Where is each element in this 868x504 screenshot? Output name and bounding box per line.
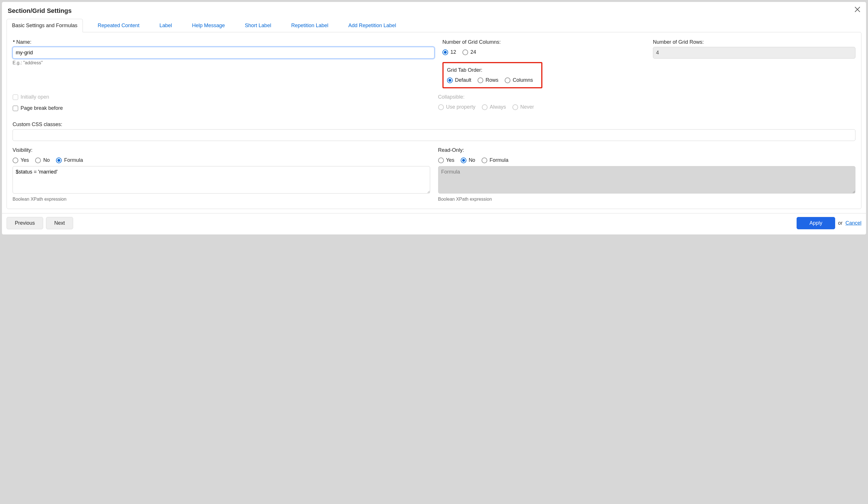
tab-order-label: Grid Tab Order: xyxy=(447,67,483,73)
visibility-label: Visibility: xyxy=(12,147,33,153)
readonly-expression-input xyxy=(438,166,856,193)
visibility-field: Visibility: Yes No Formula xyxy=(12,147,430,202)
taborder-default-label: Default xyxy=(455,77,471,83)
visibility-hint: Boolean XPath expression xyxy=(12,197,430,202)
tabbar: Basic Settings and Formulas Repeated Con… xyxy=(7,19,861,32)
readonly-hint: Boolean XPath expression xyxy=(438,197,856,202)
collapsible-radio-property: Use property xyxy=(438,104,476,110)
taborder-columns-label: Columns xyxy=(513,77,533,83)
columns-radio-24[interactable]: 24 xyxy=(463,49,476,55)
visibility-radio-formula[interactable]: Formula xyxy=(56,157,83,163)
tab-repeated-content[interactable]: Repeated Content xyxy=(93,19,145,32)
radio-dot-icon xyxy=(505,78,510,83)
tab-help-message[interactable]: Help Message xyxy=(187,19,230,32)
page-break-checkbox[interactable]: Page break before xyxy=(12,105,430,111)
tab-basic-settings[interactable]: Basic Settings and Formulas xyxy=(7,19,83,32)
readonly-yes-label: Yes xyxy=(446,157,454,163)
checkbox-icon xyxy=(12,94,18,100)
taborder-rows-label: Rows xyxy=(486,77,498,83)
or-text: or xyxy=(838,220,843,226)
collapsible-never-label: Never xyxy=(520,104,534,110)
page-break-label: Page break before xyxy=(21,105,63,111)
readonly-no-label: No xyxy=(469,157,475,163)
columns-radio-12[interactable]: 12 xyxy=(442,49,456,55)
initially-open-checkbox: Initially open xyxy=(12,94,430,100)
previous-button[interactable]: Previous xyxy=(7,217,43,229)
rows-label: Number of Grid Rows: xyxy=(653,39,704,45)
name-field: Name: E.g.: "address" xyxy=(12,39,434,65)
dialog-title: Section/Grid Settings xyxy=(8,7,861,14)
dialog-window: Section/Grid Settings Basic Settings and… xyxy=(2,2,866,235)
readonly-radio-formula[interactable]: Formula xyxy=(482,157,508,163)
radio-dot-icon xyxy=(438,158,444,163)
radio-dot-icon xyxy=(438,104,444,110)
radio-dot-icon xyxy=(463,49,468,55)
visibility-no-label: No xyxy=(43,157,50,163)
collapsible-radio-never: Never xyxy=(513,104,534,110)
collapsible-label: Collapsible: xyxy=(438,94,465,100)
cancel-link[interactable]: Cancel xyxy=(845,220,861,226)
collapsible-radio-always: Always xyxy=(482,104,506,110)
columns-label: Number of Grid Columns: xyxy=(442,39,501,45)
radio-dot-icon xyxy=(447,78,453,83)
tab-short-label[interactable]: Short Label xyxy=(240,19,276,32)
name-hint: E.g.: "address" xyxy=(12,60,434,65)
columns-and-taborder: Number of Grid Columns: 12 24 xyxy=(442,39,645,88)
readonly-radio-no[interactable]: No xyxy=(461,157,475,163)
collapsible-field: Collapsible: Use property Always Never xyxy=(438,94,856,110)
radio-dot-icon xyxy=(482,104,487,110)
radio-dot-icon xyxy=(442,49,448,55)
rows-input[interactable] xyxy=(653,47,856,59)
readonly-radio-yes[interactable]: Yes xyxy=(438,157,454,163)
columns-field: Number of Grid Columns: 12 24 xyxy=(442,39,645,55)
readonly-field: Read-Only: Yes No Formula xyxy=(438,147,856,202)
visibility-formula-label: Formula xyxy=(64,157,83,163)
taborder-radio-rows[interactable]: Rows xyxy=(477,77,498,83)
close-icon[interactable] xyxy=(854,6,861,13)
columns-radio-12-label: 12 xyxy=(451,49,456,55)
dialog-footer: Previous Next Apply or Cancel xyxy=(7,217,861,229)
css-input[interactable] xyxy=(12,129,856,141)
collapsible-prop-label: Use property xyxy=(446,104,476,110)
tab-order-field: Grid Tab Order: Default Rows xyxy=(442,62,645,88)
visibility-expression-input[interactable] xyxy=(12,166,430,193)
checkbox-icon xyxy=(12,105,18,111)
css-classes-field: Custom CSS classes: xyxy=(12,121,856,141)
left-checks: Initially open Page break before xyxy=(12,94,430,117)
radio-dot-icon xyxy=(12,158,18,163)
rows-field: Number of Grid Rows: xyxy=(653,39,856,59)
name-label: Name: xyxy=(12,39,31,45)
taborder-radio-default[interactable]: Default xyxy=(447,77,471,83)
tab-repetition-label[interactable]: Repetition Label xyxy=(286,19,333,32)
css-label: Custom CSS classes: xyxy=(12,121,62,128)
radio-dot-icon xyxy=(56,158,62,163)
tab-add-repetition-label[interactable]: Add Repetition Label xyxy=(343,19,401,32)
apply-button[interactable]: Apply xyxy=(797,217,835,229)
tab-panel: Name: E.g.: "address" Number of Grid Col… xyxy=(7,32,861,209)
readonly-label: Read-Only: xyxy=(438,147,464,153)
radio-dot-icon xyxy=(513,104,518,110)
radio-dot-icon xyxy=(477,78,483,83)
readonly-formula-label: Formula xyxy=(489,157,508,163)
taborder-radio-columns[interactable]: Columns xyxy=(505,77,533,83)
collapsible-always-label: Always xyxy=(490,104,506,110)
visibility-radio-yes[interactable]: Yes xyxy=(12,157,29,163)
initially-open-label: Initially open xyxy=(21,94,49,100)
radio-dot-icon xyxy=(35,158,41,163)
radio-dot-icon xyxy=(482,158,487,163)
footer-separator xyxy=(2,213,866,213)
name-input[interactable] xyxy=(12,47,434,59)
tab-order-highlight: Grid Tab Order: Default Rows xyxy=(442,62,542,88)
next-button[interactable]: Next xyxy=(46,217,73,229)
visibility-yes-label: Yes xyxy=(21,157,29,163)
visibility-radio-no[interactable]: No xyxy=(35,157,50,163)
columns-radio-24-label: 24 xyxy=(471,49,476,55)
tab-label[interactable]: Label xyxy=(154,19,177,32)
radio-dot-icon xyxy=(461,158,466,163)
